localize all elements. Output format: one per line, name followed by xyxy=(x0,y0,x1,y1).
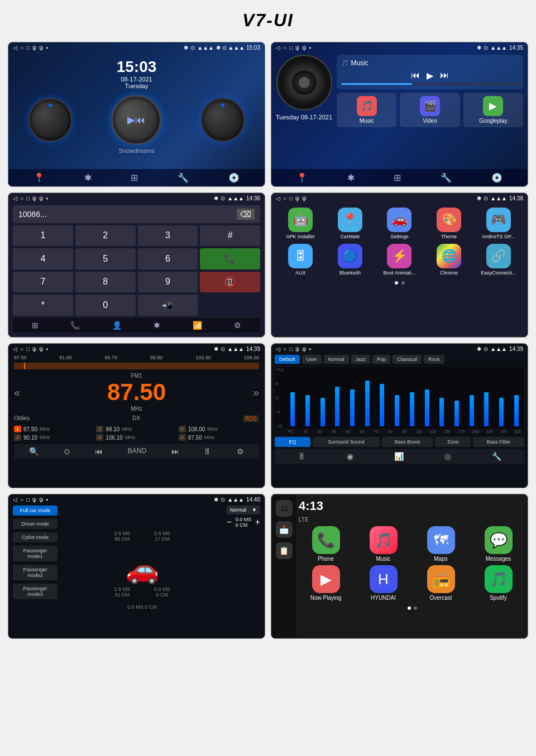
eq-tab-eq[interactable]: EQ xyxy=(275,437,310,447)
stab-eq[interactable]: EQ xyxy=(12,638,47,639)
minus-btn[interactable]: − xyxy=(227,517,232,527)
mode-passenger1[interactable]: Passenger mode1 xyxy=(13,546,58,561)
eq-tab-zone[interactable]: Zone xyxy=(435,437,471,447)
dnav-phone[interactable]: 📞 xyxy=(70,321,80,330)
app-video[interactable]: 🎬 Video xyxy=(400,93,460,127)
preset-normal[interactable]: Normal xyxy=(324,355,349,364)
prev-btn-2[interactable]: ⏮ xyxy=(411,70,420,81)
nav2-dvd[interactable]: 💿 xyxy=(491,172,502,183)
nav2-apps[interactable]: ⊞ xyxy=(394,172,401,183)
play-knob[interactable]: ▶⏮ xyxy=(111,95,161,145)
dial-5[interactable]: 5 xyxy=(75,248,136,269)
nav2-bluetooth[interactable]: ✱ xyxy=(347,172,355,183)
dial-hash[interactable]: # xyxy=(200,225,260,246)
carplay-music[interactable]: 🎵 Music xyxy=(356,526,410,562)
next-btn-2[interactable]: ⏭ xyxy=(440,70,449,81)
radio-search-btn[interactable]: 🔍 xyxy=(29,447,39,456)
preset-2[interactable]: 2 90.10 MHz xyxy=(14,434,94,441)
radio-scan-btn[interactable]: ⊙ xyxy=(64,447,70,456)
next-btn-radio[interactable]: » xyxy=(253,386,259,399)
eq-tab-surround[interactable]: Surround Sound xyxy=(313,437,380,447)
eq-filter-icon[interactable]: 🔧 xyxy=(492,452,501,461)
radio-prev-btn[interactable]: ⏮ xyxy=(95,447,103,456)
backspace-btn[interactable]: ⌫ xyxy=(237,209,255,220)
mode-full-car[interactable]: Full car mode xyxy=(13,505,58,516)
eq-bar-col-12[interactable] xyxy=(450,369,464,426)
radio-settings-btn[interactable]: ⚙ xyxy=(237,447,244,456)
preset-5[interactable]: 5 108.00 MHz xyxy=(179,426,259,432)
preset-classical[interactable]: Classical xyxy=(393,355,422,364)
eq-surround-icon[interactable]: ◉ xyxy=(347,452,353,461)
eq-bass-icon[interactable]: 📊 xyxy=(394,452,404,461)
app-easyconnect[interactable]: 🔗 EasyConnecti... xyxy=(476,244,521,276)
mode-passenger2[interactable]: Passenger mode2 xyxy=(13,565,58,580)
nav2-tools[interactable]: 🔧 xyxy=(441,172,452,183)
app-boot[interactable]: ⚡ Boot Animati... xyxy=(377,244,422,276)
eq-nav-icon[interactable]: 🎚 xyxy=(298,452,306,461)
carplay-hyundai[interactable]: H HYUNDAI xyxy=(356,565,410,601)
dial-1[interactable]: 1 xyxy=(13,225,73,246)
dial-8[interactable]: 8 xyxy=(75,272,136,293)
carplay-phone[interactable]: 📞 Phone xyxy=(299,526,353,562)
app-apk[interactable]: 🤖 APK installer xyxy=(278,208,323,239)
eq-tab-bass-filter[interactable]: Bass Filter xyxy=(473,437,524,447)
eq-bar-col-13[interactable] xyxy=(465,369,478,426)
eq-bar-col-6[interactable] xyxy=(360,369,374,426)
preset-1[interactable]: 1 87.50 MHz xyxy=(14,426,94,432)
dnav-bt2[interactable]: 📶 xyxy=(193,321,202,330)
dial-star[interactable]: * xyxy=(13,295,73,316)
dial-7[interactable]: 7 xyxy=(13,272,73,293)
dnav-settings[interactable]: ⚙ xyxy=(234,321,241,330)
app-chrome[interactable]: 🌐 Chrome xyxy=(427,244,472,276)
stab-surround[interactable]: Surround Sound xyxy=(49,638,117,639)
dial-4[interactable]: 4 xyxy=(13,248,73,269)
eq-zone-icon[interactable]: ◎ xyxy=(444,452,451,461)
carplay-spotify[interactable]: 🎵 Spotify xyxy=(471,565,525,601)
eq-bar-col-10[interactable] xyxy=(420,369,434,426)
preset-3[interactable]: 3 98.10 MHz xyxy=(96,426,176,432)
dial-xfer[interactable]: 📲 xyxy=(138,295,198,316)
right-knob[interactable] xyxy=(200,98,245,142)
carplay-nowplaying[interactable]: ▶ Now Playing xyxy=(299,565,353,601)
eq-bar-col-15[interactable] xyxy=(495,369,509,426)
dnav-grid[interactable]: ⊞ xyxy=(32,321,39,330)
preset-rock[interactable]: Rock xyxy=(424,355,444,364)
play-btn-2[interactable]: ▶ xyxy=(427,70,433,81)
plus-btn[interactable]: + xyxy=(255,517,260,527)
preset-4[interactable]: 4 106.10 MHz xyxy=(96,434,176,441)
eq-bar-col-4[interactable] xyxy=(331,369,344,426)
sidebar-icon-1[interactable]: 🗂 xyxy=(276,500,293,517)
sidebar-icon-3[interactable]: 📋 xyxy=(276,542,293,559)
stab-bass-boost[interactable]: Bass Boost xyxy=(119,638,170,639)
dnav-contacts[interactable]: 👤 xyxy=(112,321,122,330)
dial-end[interactable]: 📵 xyxy=(200,272,260,293)
nav2-location[interactable]: 📍 xyxy=(296,172,308,183)
stab-bass-filter[interactable]: Bass Filter xyxy=(210,638,261,639)
nav-bluetooth-icon[interactable]: ✱ xyxy=(84,172,92,183)
eq-tab-bass-boost[interactable]: Bass Boost xyxy=(382,437,433,447)
dial-call[interactable]: 📞 xyxy=(200,248,260,269)
dial-0[interactable]: 0 xyxy=(75,295,136,316)
dial-6[interactable]: 6 xyxy=(138,248,198,269)
carplay-overcast[interactable]: 📻 Overcast xyxy=(414,565,468,601)
app-bluetooth[interactable]: 🔵 Bluetooth xyxy=(328,244,373,276)
nav-dvd-icon[interactable]: 💿 xyxy=(228,172,240,183)
stab-zone[interactable]: Zone xyxy=(173,638,208,639)
radio-next-btn[interactable]: ⏭ xyxy=(171,447,179,456)
dial-2[interactable]: 2 xyxy=(75,225,136,246)
app-settings[interactable]: 🚗 Settings xyxy=(377,208,422,239)
eq-bar-col-9[interactable] xyxy=(405,369,419,426)
eq-bar-col-16[interactable] xyxy=(509,369,523,426)
dial-9[interactable]: 9 xyxy=(138,272,198,293)
eq-bar-col-2[interactable] xyxy=(301,369,315,426)
radio-band-btn[interactable]: BAND xyxy=(128,447,146,456)
sidebar-icon-2[interactable]: 📩 xyxy=(276,521,293,538)
mode-passenger3[interactable]: Passenger mode3 xyxy=(13,584,58,599)
preset-user[interactable]: User xyxy=(302,355,322,364)
preset-jazz[interactable]: Jazz xyxy=(351,355,371,364)
dial-3[interactable]: 3 xyxy=(138,225,198,246)
carplay-messages[interactable]: 💬 Messages xyxy=(471,526,525,562)
app-carmate[interactable]: 📍 CarMate xyxy=(328,208,373,239)
preset-pop[interactable]: Pop xyxy=(372,355,390,364)
prev-btn-radio[interactable]: « xyxy=(14,386,20,399)
